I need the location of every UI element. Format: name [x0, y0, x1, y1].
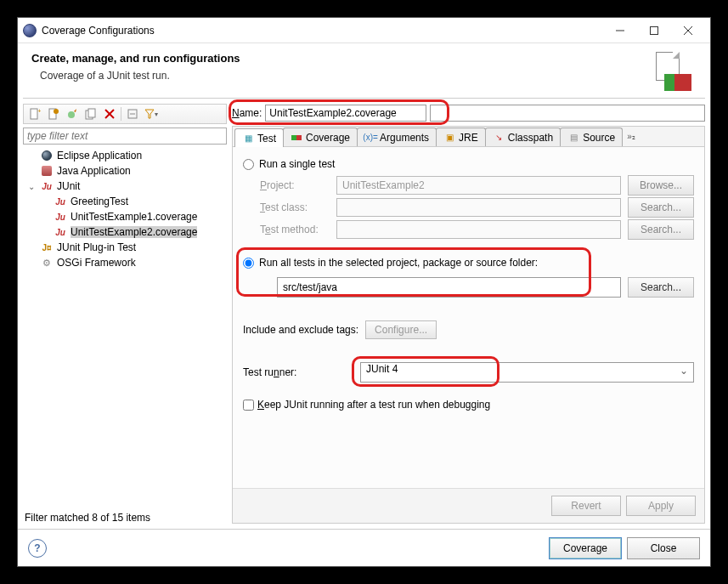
new-config-button[interactable]: +	[27, 106, 42, 122]
tab-test-body: Run a single test Project: Browse... Tes…	[233, 147, 704, 488]
tree-item[interactable]: Java Application	[23, 163, 227, 179]
name-extra[interactable]	[430, 105, 705, 122]
dialog-footer: ? Coverage Close	[18, 529, 710, 566]
coverage-icon	[649, 52, 697, 91]
run-all-section: Run all tests in the selected project, p…	[243, 252, 694, 298]
header-subtitle: Coverage of a JUnit test run.	[40, 70, 649, 82]
svg-rect-4	[31, 109, 37, 119]
close-dialog-button[interactable]: Close	[627, 537, 700, 559]
runner-select[interactable]: JUnit 4	[360, 362, 694, 383]
svg-point-8	[68, 111, 75, 118]
window-title: Coverage Configurations	[42, 25, 603, 37]
configure-tags-button[interactable]: Configure...	[365, 320, 437, 339]
export-button[interactable]	[65, 106, 80, 122]
collapse-button[interactable]	[125, 106, 140, 122]
filter-input[interactable]	[23, 128, 227, 145]
config-tree[interactable]: Eclipse ApplicationJava Application⌄JuJU…	[23, 145, 227, 507]
test-method-row: Test method: Search...	[243, 218, 694, 241]
run-all-path-input[interactable]: src/test/java	[277, 277, 621, 298]
test-method-label: Test method:	[243, 224, 330, 235]
tree-item[interactable]: ⌄JuJUnit	[23, 179, 227, 194]
tree-item[interactable]: JuUnitTestExample2.coverage	[23, 224, 227, 240]
run-all-radio[interactable]	[243, 258, 254, 269]
header-title: Create, manage, and run configurations	[31, 52, 649, 65]
name-label: Name:	[232, 107, 262, 119]
project-input[interactable]	[336, 176, 621, 195]
svg-rect-10	[88, 109, 95, 117]
revert-button[interactable]: Revert	[551, 496, 621, 516]
browse-button[interactable]: Browse...	[628, 175, 694, 196]
tree-item[interactable]: J¤JUnit Plug-in Test	[23, 240, 227, 255]
tags-row: Include and exclude tags: Configure...	[243, 319, 694, 341]
apply-row: Revert Apply	[233, 488, 704, 523]
tree-item[interactable]: JuUnitTestExample1.coverage	[23, 209, 227, 224]
tabs-overflow[interactable]: »₂	[622, 132, 641, 141]
run-single-label: Run a single test	[259, 158, 335, 170]
filter-button[interactable]: ▾	[144, 106, 159, 122]
name-row: Name:	[232, 104, 705, 122]
run-single-radio[interactable]	[243, 159, 254, 170]
duplicate-button[interactable]	[83, 106, 99, 122]
tree-item[interactable]: JuGreetingTest	[23, 194, 227, 209]
eclipse-icon	[23, 24, 37, 37]
help-button[interactable]: ?	[28, 539, 47, 558]
svg-point-7	[54, 109, 59, 114]
tab-classpath[interactable]: ↘Classpath	[485, 128, 561, 146]
keep-running-label: Keep JUnit running after a test run when…	[257, 399, 490, 411]
run-all-label: Run all tests in the selected project, p…	[259, 257, 538, 269]
svg-text:+: +	[37, 108, 41, 115]
header: Create, manage, and run configurations C…	[18, 43, 710, 98]
maximize-button[interactable]	[637, 19, 671, 43]
tree-item[interactable]: Eclipse Application	[23, 148, 227, 163]
configuration-list-panel: + ▾ Eclipse ApplicationJava Application⌄…	[23, 104, 227, 524]
svg-rect-1	[651, 26, 658, 34]
close-button[interactable]	[671, 19, 705, 43]
project-label: Project:	[243, 179, 330, 191]
test-class-input[interactable]	[336, 198, 621, 217]
search-method-button[interactable]: Search...	[628, 219, 694, 240]
run-single-radio-row: Run a single test	[243, 154, 694, 174]
delete-button[interactable]	[102, 106, 117, 122]
config-detail-panel: Name: ▦TestCoverage(x)=Arguments▣JRE↘Cla…	[232, 104, 705, 524]
keep-running-row: Keep JUnit running after a test run when…	[243, 399, 694, 411]
minimize-button[interactable]	[603, 19, 637, 43]
tab-jre[interactable]: ▣JRE	[436, 128, 486, 146]
search-class-button[interactable]: Search...	[628, 197, 694, 218]
tree-item[interactable]: ⚙OSGi Framework	[23, 255, 227, 270]
test-class-row: Test class: Search...	[243, 196, 694, 218]
tab-coverage[interactable]: Coverage	[283, 128, 358, 146]
tabs-area: ▦TestCoverage(x)=Arguments▣JRE↘Classpath…	[232, 126, 705, 524]
search-folder-button[interactable]: Search...	[628, 277, 694, 298]
keep-running-checkbox[interactable]	[243, 400, 254, 411]
test-method-input[interactable]	[336, 220, 621, 239]
apply-button[interactable]: Apply	[626, 496, 696, 516]
tab-test[interactable]: ▦Test	[234, 128, 284, 147]
filter-status: Filter matched 8 of 15 items	[23, 507, 227, 524]
coverage-button[interactable]: Coverage	[549, 537, 622, 559]
tab-arguments[interactable]: (x)=Arguments	[357, 128, 437, 146]
tags-label: Include and exclude tags:	[243, 324, 358, 336]
tabs-row: ▦TestCoverage(x)=Arguments▣JRE↘Classpath…	[233, 127, 704, 147]
runner-label: Test runner:	[243, 366, 353, 378]
project-row: Project: Browse...	[243, 174, 694, 196]
run-all-radio-row: Run all tests in the selected project, p…	[243, 252, 694, 273]
tab-source[interactable]: ▤Source	[560, 128, 623, 146]
dialog-window: Coverage Configurations Create, manage, …	[17, 17, 711, 567]
runner-row: Test runner: JUnit 4	[243, 361, 694, 383]
new-proto-button[interactable]	[46, 106, 61, 122]
name-input[interactable]	[265, 105, 426, 122]
titlebar: Coverage Configurations	[18, 18, 710, 43]
list-toolbar: + ▾	[23, 104, 227, 124]
test-class-label: Test class:	[243, 201, 330, 213]
